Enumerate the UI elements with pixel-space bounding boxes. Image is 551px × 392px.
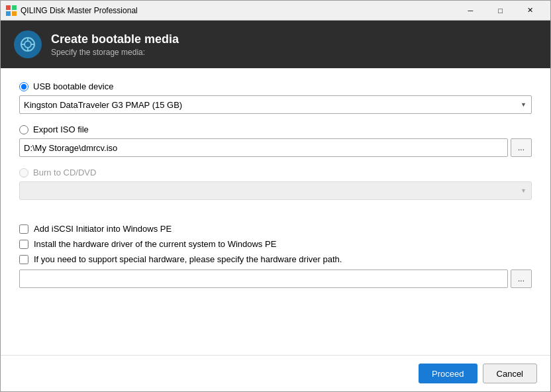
maximize-button[interactable]: □ <box>485 1 515 21</box>
header-subtitle: Specify the storage media: <box>51 48 179 57</box>
driver-checkbox[interactable] <box>19 240 28 249</box>
header-text: Create bootable media Specify the storag… <box>51 32 179 57</box>
titlebar: QILING Disk Master Professional ─ □ ✕ <box>1 1 550 21</box>
checkbox-section: Add iSCSI Initiator into Windows PE Inst… <box>19 224 532 288</box>
iso-path-row: ... <box>19 138 532 157</box>
cd-device-select <box>19 181 532 200</box>
main-window: QILING Disk Master Professional ─ □ ✕ Cr… <box>0 0 551 392</box>
iso-option-label[interactable]: Export ISO file <box>33 124 89 134</box>
iso-option-row: Export ISO file <box>19 124 532 134</box>
driver-checkbox-row: Install the hardware driver of the curre… <box>19 239 532 249</box>
iso-radio[interactable] <box>19 125 28 134</box>
usb-device-select[interactable]: Kingston DataTraveler G3 PMAP (15 GB) <box>19 95 532 114</box>
content-area: USB bootable device Kingston DataTravele… <box>1 68 550 355</box>
svg-rect-3 <box>12 11 17 16</box>
header-bar: Create bootable media Specify the storag… <box>1 21 550 68</box>
cd-option-row: Burn to CD/DVD <box>19 168 532 177</box>
usb-option-row: USB bootable device <box>19 81 532 91</box>
spacer <box>19 211 532 221</box>
hardware-path-input-row: ... <box>19 270 532 288</box>
footer: Proceed Cancel <box>1 355 550 391</box>
svg-rect-0 <box>6 5 11 10</box>
svg-point-5 <box>25 41 31 48</box>
usb-device-row: Kingston DataTraveler G3 PMAP (15 GB) <box>19 95 532 114</box>
cd-option-label: Burn to CD/DVD <box>33 168 96 177</box>
iso-path-input[interactable] <box>19 138 508 157</box>
cd-device-row <box>19 181 532 200</box>
cd-radio <box>19 168 28 177</box>
hardware-path-browse-button[interactable]: ... <box>511 270 532 288</box>
hardware-path-checkbox[interactable] <box>19 255 28 264</box>
svg-rect-1 <box>12 5 17 10</box>
svg-rect-2 <box>6 11 11 16</box>
close-button[interactable]: ✕ <box>515 1 545 21</box>
iscsi-checkbox-label[interactable]: Add iSCSI Initiator into Windows PE <box>34 224 172 234</box>
app-icon <box>6 5 17 16</box>
iso-path-wrapper: ... <box>19 138 532 157</box>
minimize-button[interactable]: ─ <box>456 1 485 21</box>
usb-radio[interactable] <box>19 82 28 91</box>
driver-checkbox-label[interactable]: Install the hardware driver of the curre… <box>34 239 276 249</box>
iso-browse-button[interactable]: ... <box>511 138 532 157</box>
cd-device-select-wrapper <box>19 181 532 200</box>
hardware-path-input[interactable] <box>19 270 508 288</box>
titlebar-title: QILING Disk Master Professional <box>21 6 456 15</box>
hardware-path-checkbox-row: If you need to support special hardware,… <box>19 254 532 264</box>
usb-device-select-wrapper: Kingston DataTraveler G3 PMAP (15 GB) <box>19 95 532 114</box>
iscsi-checkbox-row: Add iSCSI Initiator into Windows PE <box>19 224 532 234</box>
window-controls: ─ □ ✕ <box>456 1 545 21</box>
proceed-button[interactable]: Proceed <box>419 364 477 383</box>
hardware-path-checkbox-label[interactable]: If you need to support special hardware,… <box>34 254 342 264</box>
header-icon <box>14 30 42 58</box>
header-title: Create bootable media <box>51 32 179 46</box>
iscsi-checkbox[interactable] <box>19 224 28 234</box>
cancel-button[interactable]: Cancel <box>483 364 537 383</box>
usb-option-label[interactable]: USB bootable device <box>33 81 113 91</box>
